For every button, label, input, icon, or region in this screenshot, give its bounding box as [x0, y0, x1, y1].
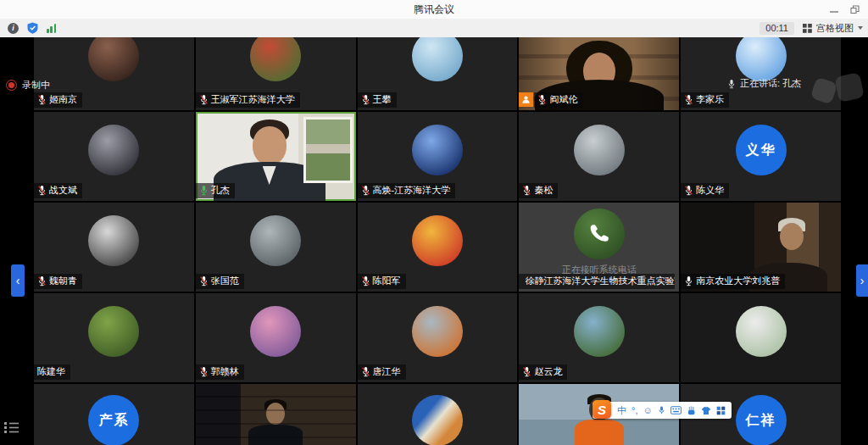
participant-name: 阎斌伦 [549, 93, 577, 106]
participant-tile[interactable]: 唐江华 [358, 293, 518, 382]
input-mode-toggle[interactable]: 中 [617, 406, 626, 415]
photo-avatar [250, 215, 301, 266]
participant-tile[interactable] [681, 293, 841, 382]
mic-muted-icon [37, 275, 47, 286]
security-shield-icon[interactable] [27, 22, 38, 34]
restore-button[interactable] [848, 3, 861, 16]
photo-avatar [88, 125, 139, 175]
sogou-logo-icon[interactable]: S [593, 400, 611, 419]
participant-tile[interactable]: 李家乐 [681, 37, 841, 110]
photo-avatar [412, 37, 463, 81]
participant-tile[interactable]: 姬南京 [34, 37, 194, 110]
voice-mic-icon[interactable] [658, 405, 665, 415]
participant-tile[interactable]: 南京农业大学刘兆普 [681, 203, 841, 292]
participant-tile[interactable]: 郭赣林 [196, 293, 356, 382]
monogram-avatar: 产系 [88, 395, 139, 445]
participant-name: 姬南京 [49, 93, 77, 106]
video-figure-shape [303, 117, 353, 183]
name-pill: 战文斌 [34, 183, 82, 198]
participant-name: 陈阳军 [373, 275, 401, 287]
name-pill: 李家乐 [681, 92, 729, 108]
prev-page-button[interactable]: ‹ [11, 264, 25, 297]
skin-shirt-icon[interactable] [701, 406, 711, 415]
participant-name: 陈义华 [696, 184, 724, 197]
network-signal-icon[interactable] [47, 24, 56, 33]
name-pill: 高焕-江苏海洋大学 [358, 183, 456, 198]
restore-icon [850, 5, 860, 14]
next-page-button[interactable]: › [856, 264, 868, 297]
mic-muted-icon [199, 94, 209, 105]
window-title: 腾讯会议 [414, 3, 454, 17]
photo-avatar [412, 395, 463, 445]
participant-tile[interactable]: 秦松 [519, 112, 679, 201]
participant-tile[interactable]: 陈建华 [34, 293, 194, 382]
photo-avatar [736, 306, 787, 357]
participant-label: 秦松 [519, 183, 558, 198]
participant-tile[interactable]: 产系 [34, 384, 194, 445]
name-pill: 秦松 [519, 183, 558, 198]
recording-label: 录制中 [22, 79, 50, 92]
participant-tile[interactable]: 魏朝青 [34, 203, 194, 292]
video-figure-shape [780, 223, 804, 250]
handwriting-icon[interactable] [687, 406, 696, 415]
name-pill: 陈义华 [681, 183, 729, 198]
participant-name: 郭赣林 [211, 365, 239, 378]
participant-tile[interactable]: 王淑军江苏海洋大学 [196, 37, 356, 110]
participant-tile[interactable] [358, 384, 518, 445]
name-pill: 赵云龙 [519, 364, 567, 380]
participant-label: 赵云龙 [519, 364, 567, 380]
photo-avatar [250, 37, 301, 81]
participant-label: 战文斌 [34, 183, 82, 198]
participant-name: 张国范 [211, 275, 239, 287]
meeting-info-icon[interactable]: i [8, 23, 19, 34]
chevron-down-icon [858, 26, 863, 30]
participant-tile[interactable]: 战文斌 [34, 112, 194, 201]
participant-tile[interactable]: 陈阳军 [358, 203, 518, 292]
photo-avatar [250, 306, 301, 357]
mic-icon [199, 185, 209, 196]
participant-tile[interactable] [196, 384, 356, 445]
photo-avatar [88, 306, 139, 357]
active-speaker-label: 正在讲话: 孔杰 [740, 77, 801, 90]
video-figure-shape [253, 126, 287, 165]
name-pill: 陈阳军 [358, 274, 406, 289]
participant-label: 高焕-江苏海洋大学 [358, 183, 456, 198]
photo-avatar [88, 37, 139, 81]
participant-name: 秦松 [534, 184, 553, 197]
participant-tile[interactable]: 赵云龙 [519, 293, 679, 382]
participant-name: 李家乐 [696, 93, 724, 106]
name-pill: 南京农业大学刘兆普 [681, 274, 785, 289]
mic-muted-icon [199, 366, 209, 377]
participant-label: 南京农业大学刘兆普 [681, 274, 785, 289]
participant-tile[interactable]: 高焕-江苏海洋大学 [358, 112, 518, 201]
participant-tile[interactable]: 阎斌伦 [519, 37, 679, 110]
mic-muted-icon [361, 366, 370, 377]
photo-avatar [736, 37, 787, 81]
participant-tile[interactable]: 王攀 [358, 37, 518, 110]
toolbox-grid-icon[interactable] [716, 406, 726, 415]
mic-muted-icon [361, 94, 370, 105]
video-figure-shape [196, 384, 356, 445]
minimize-button[interactable] [827, 3, 841, 16]
member-list-button[interactable] [4, 421, 19, 437]
participant-tile[interactable]: 张国范 [196, 203, 356, 292]
name-pill: 徐静江苏海洋大学生物技术重点实验室 [519, 274, 674, 289]
video-grid-area: 姬南京王淑军江苏海洋大学王攀阎斌伦李家乐战文斌孔杰高焕-江苏海洋大学秦松义华陈义… [0, 37, 868, 445]
participant-label: 陈建华 [34, 364, 70, 380]
meeting-toolbar: i 00:11 宫格视图 [0, 19, 868, 38]
punctuation-toggle[interactable]: °, [632, 406, 637, 415]
active-speaker-indicator: 正在讲话: 孔杰 [727, 77, 801, 90]
mic-muted-icon [522, 185, 531, 196]
participant-tile[interactable]: 孔杰 [196, 112, 356, 201]
mic-muted-icon [37, 94, 47, 105]
name-pill: 阎斌伦 [534, 92, 582, 108]
view-switch-button[interactable]: 宫格视图 [803, 22, 863, 35]
view-switch-label: 宫格视图 [816, 22, 854, 35]
mic-muted-icon [537, 94, 547, 105]
participant-tile[interactable]: 正在接听系统电话徐静江苏海洋大学生物技术重点实验室 [519, 203, 679, 292]
participant-tile[interactable]: 义华陈义华 [681, 112, 841, 201]
keyboard-icon[interactable] [670, 406, 682, 414]
meeting-window: 腾讯会议 i 00:11 宫格视图 姬南京王淑军江苏海洋大学王攀阎斌伦李家乐战文… [0, 0, 868, 445]
participant-name: 魏朝青 [49, 275, 77, 287]
emoji-face-icon[interactable]: ☺ [643, 406, 652, 415]
